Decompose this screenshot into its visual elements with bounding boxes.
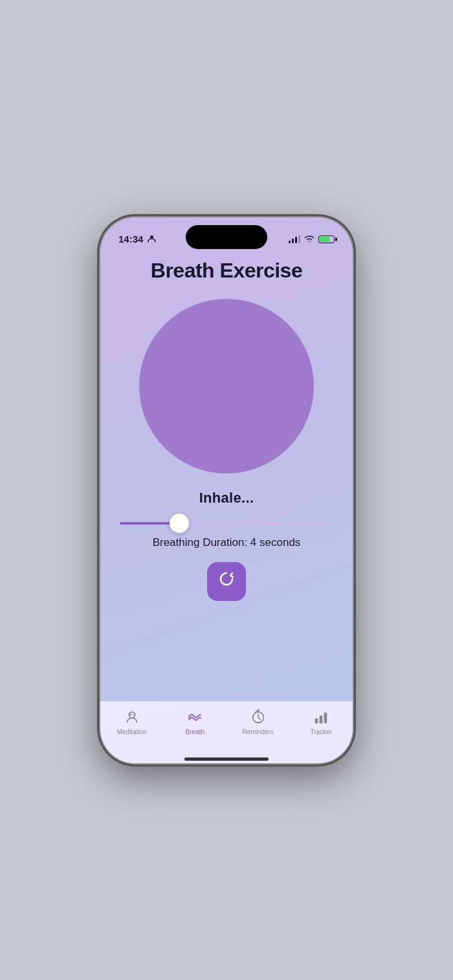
svg-rect-7 bbox=[324, 712, 327, 723]
home-indicator bbox=[100, 759, 353, 763]
slider-thumb[interactable] bbox=[170, 514, 189, 533]
status-time: 14:34 bbox=[118, 234, 143, 245]
status-icons bbox=[289, 234, 335, 245]
signal-bars-icon bbox=[289, 235, 300, 243]
main-content: Breath Exercise Inhale... Breathing Dura… bbox=[100, 252, 353, 701]
breath-circle-container bbox=[136, 296, 317, 477]
tab-reminders-label: Reminders bbox=[243, 728, 274, 735]
user-icon bbox=[148, 234, 156, 245]
dynamic-island bbox=[186, 225, 267, 249]
tab-bar: Meditation Breath Reminders bbox=[100, 701, 353, 759]
phone-frame: 14:34 bbox=[100, 217, 353, 763]
home-bar bbox=[184, 757, 269, 761]
wifi-icon bbox=[304, 234, 315, 245]
tab-tracker[interactable]: Tracker bbox=[290, 706, 353, 735]
svg-point-3 bbox=[133, 713, 135, 715]
svg-point-2 bbox=[129, 713, 131, 715]
tab-meditation-label: Meditation bbox=[117, 728, 147, 735]
slider-track bbox=[120, 522, 333, 525]
tab-breath[interactable]: Breath bbox=[164, 706, 227, 735]
meditation-icon bbox=[124, 709, 140, 726]
breath-circle bbox=[139, 299, 314, 474]
phase-label: Inhale... bbox=[199, 490, 254, 506]
svg-rect-5 bbox=[315, 718, 318, 723]
tab-meditation[interactable]: Meditation bbox=[100, 706, 164, 735]
battery-icon bbox=[318, 235, 335, 243]
reset-button[interactable] bbox=[207, 562, 246, 601]
svg-rect-6 bbox=[320, 715, 323, 723]
tracker-icon bbox=[313, 709, 329, 726]
tab-tracker-label: Tracker bbox=[310, 728, 332, 735]
duration-label: Breathing Duration: 4 seconds bbox=[153, 536, 301, 549]
reset-icon bbox=[217, 570, 236, 593]
page-title: Breath Exercise bbox=[151, 259, 302, 283]
breath-icon bbox=[186, 709, 203, 726]
duration-slider-container[interactable] bbox=[113, 522, 340, 525]
reminders-icon bbox=[250, 709, 267, 726]
tab-breath-label: Breath bbox=[186, 728, 204, 735]
tab-reminders[interactable]: Reminders bbox=[226, 706, 290, 735]
